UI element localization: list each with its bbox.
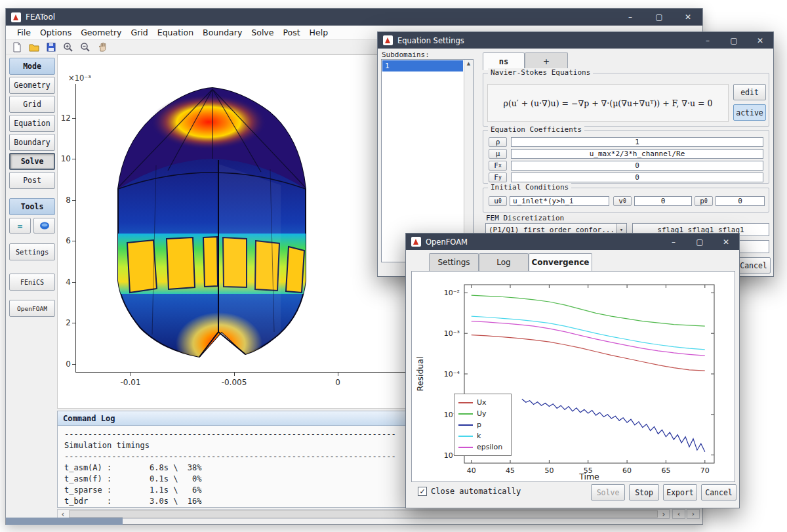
sidebar-item-geometry[interactable]: Geometry bbox=[9, 77, 55, 94]
dialog-icon bbox=[411, 237, 421, 247]
status-strip bbox=[6, 518, 123, 525]
menu-options[interactable]: Options bbox=[35, 26, 76, 39]
y-tick: 0 bbox=[56, 359, 71, 369]
menu-help[interactable]: Help bbox=[305, 26, 333, 39]
openfoam-dialog: OpenFOAM – ▢ ✕ Settings Log Convergence … bbox=[405, 233, 740, 508]
legend-entry: k bbox=[458, 430, 507, 441]
scroll-up-icon[interactable]: ▲ bbox=[467, 61, 470, 66]
cancel-button[interactable]: Cancel bbox=[737, 257, 771, 274]
equation-editor-icon[interactable]: = bbox=[9, 218, 31, 234]
open-folder-icon[interactable] bbox=[27, 41, 41, 54]
tab-settings[interactable]: Settings bbox=[429, 253, 479, 271]
menu-file[interactable]: File bbox=[12, 26, 35, 39]
svg-text:40: 40 bbox=[467, 466, 476, 475]
main-window-title: FEATool bbox=[26, 12, 55, 22]
maximize-button[interactable]: ▢ bbox=[645, 9, 674, 26]
legend-label: k bbox=[477, 432, 481, 440]
sidebar-item-solve[interactable]: Solve bbox=[9, 153, 55, 170]
scroll-right-icon[interactable]: › bbox=[658, 510, 669, 518]
maximize-button[interactable]: ▢ bbox=[721, 32, 747, 49]
active-toggle-button[interactable]: active bbox=[733, 104, 766, 121]
main-titlebar: FEATool – ▢ ✕ bbox=[6, 9, 702, 26]
menu-boundary[interactable]: Boundary bbox=[198, 26, 247, 39]
listbox-scrollbar[interactable]: ▲ ▼ bbox=[464, 60, 473, 262]
sidebar-item-boundary[interactable]: Boundary bbox=[9, 134, 55, 151]
menu-solve[interactable]: Solve bbox=[247, 26, 278, 39]
solve-button[interactable]: Solve bbox=[591, 484, 625, 501]
pager-right-icon[interactable]: › bbox=[687, 509, 700, 519]
sidebar-item-grid[interactable]: Grid bbox=[9, 96, 55, 113]
menu-grid[interactable]: Grid bbox=[127, 26, 153, 39]
horizontal-scrollbar[interactable]: ‹ › bbox=[57, 509, 670, 519]
minimize-button[interactable]: – bbox=[660, 234, 687, 250]
initial-u-input[interactable]: u_inlet*(y>h_i bbox=[510, 196, 609, 206]
legend-line-sample bbox=[458, 436, 473, 437]
coefficient-symbol: Fx bbox=[489, 161, 507, 171]
pager-left-icon[interactable]: ‹ bbox=[672, 509, 685, 519]
minimize-button[interactable]: – bbox=[695, 32, 721, 49]
fem-discretization-label: FEM Discretization bbox=[486, 214, 564, 222]
new-document-icon[interactable] bbox=[10, 41, 24, 54]
coefficients-group-label: Equation Coefficients bbox=[488, 125, 584, 134]
edit-equation-button[interactable]: edit bbox=[733, 84, 766, 100]
openfoam-titlebar: OpenFOAM – ▢ ✕ bbox=[406, 234, 739, 250]
tab-add-equation[interactable]: + bbox=[525, 52, 568, 70]
initial-conditions-group-label: Initial Conditions bbox=[488, 183, 571, 192]
x-tick: 0 bbox=[315, 378, 361, 387]
coefficient-fy-input[interactable]: 0 bbox=[511, 173, 763, 182]
svg-text:70: 70 bbox=[700, 466, 710, 475]
fem-3d-model[interactable] bbox=[84, 72, 340, 369]
tab-convergence[interactable]: Convergence bbox=[529, 253, 592, 271]
zoom-in-icon[interactable] bbox=[61, 41, 75, 54]
stop-button[interactable]: Stop bbox=[629, 484, 659, 501]
tab-ns[interactable]: ns bbox=[483, 52, 525, 70]
menu-post[interactable]: Post bbox=[278, 26, 304, 39]
close-button[interactable]: ✕ bbox=[674, 9, 702, 26]
legend-label: Ux bbox=[477, 398, 487, 407]
coefficient-fx-input[interactable]: 0 bbox=[511, 161, 763, 171]
coefficient-symbol: Fy bbox=[489, 173, 507, 182]
y-tick: 12 bbox=[56, 113, 71, 123]
sidebar-button-settings[interactable]: Settings bbox=[9, 243, 55, 260]
subdomain-item-selected[interactable]: 1 bbox=[382, 60, 463, 72]
equation-settings-title: Equation Settings bbox=[397, 36, 464, 45]
sidebar-button-openfoam[interactable]: OpenFOAM bbox=[9, 300, 55, 317]
equations-group-label: Navier-Stokes Equations bbox=[488, 68, 593, 77]
maximize-button[interactable]: ▢ bbox=[687, 234, 713, 250]
cancel-button[interactable]: Cancel bbox=[701, 484, 737, 501]
sidebar-item-post[interactable]: Post bbox=[9, 172, 55, 189]
legend-line-sample bbox=[458, 413, 473, 415]
coefficient-rho-input[interactable]: 1 bbox=[511, 137, 763, 147]
tab-log[interactable]: Log bbox=[479, 253, 529, 271]
initial-symbol: p0 bbox=[695, 196, 713, 206]
initial-conditions-group: Initial Conditions u0 u_inlet*(y>h_i v0 … bbox=[483, 188, 769, 213]
minimize-button[interactable]: – bbox=[616, 9, 645, 26]
initial-v-input[interactable]: 0 bbox=[634, 196, 692, 206]
close-automatically-checkbox[interactable]: ✓ bbox=[418, 487, 427, 496]
close-button[interactable]: ✕ bbox=[713, 234, 739, 250]
legend-entry: Uy bbox=[458, 408, 507, 419]
export-button[interactable]: Export bbox=[663, 484, 697, 501]
zoom-out-icon[interactable] bbox=[78, 41, 92, 54]
menu-geometry[interactable]: Geometry bbox=[76, 26, 126, 39]
save-icon[interactable] bbox=[44, 41, 58, 54]
multiphysics-tool-icon[interactable] bbox=[33, 218, 55, 234]
svg-text:65: 65 bbox=[661, 466, 670, 475]
sidebar-item-equation[interactable]: Equation bbox=[9, 115, 55, 132]
y-axis-line bbox=[75, 84, 76, 372]
initial-p-input[interactable]: 0 bbox=[716, 196, 765, 206]
svg-text:10⁻²: 10⁻² bbox=[444, 289, 460, 297]
sidebar-header-tools: Tools bbox=[9, 198, 55, 215]
scrollbar-thumb[interactable] bbox=[69, 510, 658, 518]
equations-group: Navier-Stokes Equations ρ(u′ + (u·∇)u) =… bbox=[483, 73, 769, 127]
coefficient-mu-input[interactable]: u_max*2/3*h_channel/Re bbox=[511, 149, 763, 159]
close-button[interactable]: ✕ bbox=[747, 32, 773, 49]
sidebar: Mode Geometry Grid Equation Boundary Sol… bbox=[7, 56, 57, 319]
svg-text:10⁻³: 10⁻³ bbox=[444, 329, 460, 338]
close-automatically-label: Close automatically bbox=[431, 487, 521, 496]
pan-hand-icon[interactable] bbox=[95, 41, 110, 54]
svg-text:Residual: Residual bbox=[415, 357, 425, 392]
subdomain-listbox[interactable]: 1 ▲ ▼ bbox=[381, 59, 474, 262]
menu-equation[interactable]: Equation bbox=[153, 26, 198, 39]
sidebar-button-fenics[interactable]: FEniCS bbox=[9, 274, 55, 291]
